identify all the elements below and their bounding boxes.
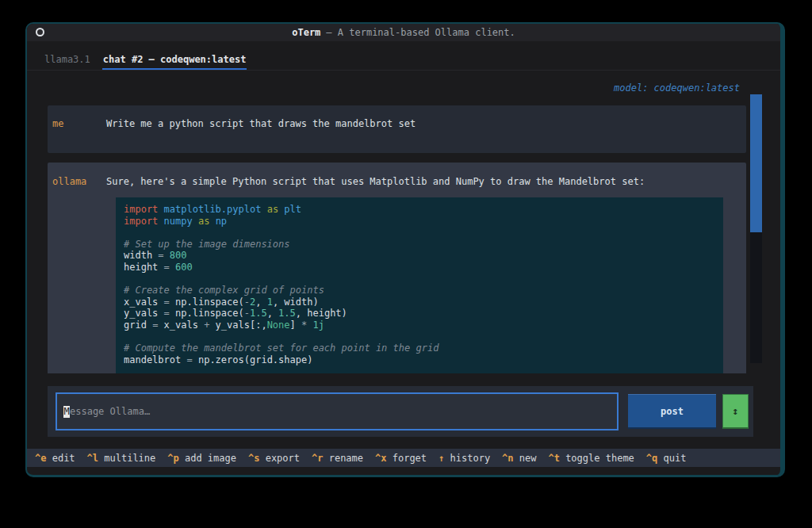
user-message: me Write me a python script that draws t… bbox=[48, 105, 746, 153]
shortcut-history[interactable]: ↑ history bbox=[439, 453, 490, 464]
scrollbar-thumb[interactable] bbox=[750, 94, 762, 232]
shortcut-toggle-theme[interactable]: ^t toggle theme bbox=[548, 453, 634, 464]
app-name: oTerm bbox=[292, 27, 320, 38]
model-label: model: codeqwen:latest bbox=[614, 82, 740, 94]
shortcut-label: export bbox=[259, 453, 300, 464]
shortcut-label: history bbox=[444, 453, 490, 464]
code-line: import matplotlib.pyplot as plt bbox=[124, 204, 717, 216]
tab-bar: llama3.1chat #2 — codeqwen:latest bbox=[27, 41, 780, 71]
shortcut-label: edit bbox=[46, 453, 75, 464]
shortcut-label: forget bbox=[387, 453, 427, 464]
shortcut-rename[interactable]: ^r rename bbox=[312, 453, 363, 464]
oterm-window: oTerm— A terminal-based Ollama client. l… bbox=[25, 22, 785, 477]
message-author: me bbox=[48, 118, 106, 153]
code-line: # Set up the image dimensions bbox=[124, 239, 717, 251]
shortcut-forget[interactable]: ^x forget bbox=[375, 453, 427, 464]
code-line: import numpy as np bbox=[124, 216, 717, 228]
post-button[interactable]: post bbox=[628, 394, 716, 429]
assistant-message: ollama Sure, here's a simple Python scri… bbox=[48, 163, 746, 373]
shortcut-edit[interactable]: ^e edit bbox=[35, 453, 75, 464]
input-placeholder: essage Ollama… bbox=[70, 406, 150, 417]
shortcut-key: ^n bbox=[502, 453, 513, 464]
shortcut-key: ^s bbox=[248, 453, 259, 464]
message-author: ollama bbox=[48, 176, 106, 373]
shortcut-key: ^q bbox=[646, 453, 657, 464]
tab-chat-2-codeqwen-latest[interactable]: chat #2 — codeqwen:latest bbox=[102, 54, 247, 70]
code-line: height = 600 bbox=[124, 262, 717, 274]
message-text: Sure, here's a simple Python script that… bbox=[106, 176, 746, 187]
shortcut-key: ^r bbox=[312, 453, 323, 464]
shortcut-multiline[interactable]: ^l multiline bbox=[87, 453, 156, 464]
shortcut-quit[interactable]: ^q quit bbox=[646, 453, 687, 464]
shortcut-label: rename bbox=[323, 453, 363, 464]
shortcut-key: ^x bbox=[375, 453, 386, 464]
window-title: oTerm— A terminal-based Ollama client. bbox=[292, 27, 515, 38]
shortcut-key: ^t bbox=[548, 453, 559, 464]
shortcut-key: ^l bbox=[87, 453, 98, 464]
tab-llama3-1[interactable]: llama3.1 bbox=[44, 54, 91, 70]
code-line: # Compute the mandelbrot set for each po… bbox=[124, 342, 717, 354]
code-line bbox=[124, 274, 717, 285]
shortcut-add-image[interactable]: ^p add image bbox=[167, 453, 236, 464]
chat-area: model: codeqwen:latest me Write me a pyt… bbox=[27, 71, 780, 373]
code-line: grid = x_vals + y_vals[:,None] * 1j bbox=[124, 319, 717, 331]
code-line: # Create the complex grid of points bbox=[124, 285, 717, 297]
code-line: x_vals = np.linspace(-2, 1, width) bbox=[124, 297, 717, 308]
scrollbar-track[interactable] bbox=[750, 94, 762, 363]
title-bar: oTerm— A terminal-based Ollama client. bbox=[27, 24, 780, 41]
shortcut-key: ^e bbox=[35, 453, 46, 464]
code-line bbox=[124, 227, 717, 239]
code-line: width = 800 bbox=[124, 250, 717, 262]
up-down-arrow-icon: ↕ bbox=[733, 405, 739, 417]
shortcut-key: ^p bbox=[167, 453, 178, 464]
input-panel: Message Ollama… post ↕ bbox=[48, 386, 753, 437]
resize-toggle-button[interactable]: ↕ bbox=[722, 394, 749, 429]
message-input[interactable]: Message Ollama… bbox=[56, 392, 619, 430]
app-subtitle: — A terminal-based Ollama client. bbox=[326, 27, 515, 38]
message-text: Write me a python script that draws the … bbox=[106, 118, 416, 153]
code-block: import matplotlib.pyplot as pltimport nu… bbox=[116, 197, 723, 373]
text-cursor: M bbox=[63, 406, 70, 418]
shortcut-label: multiline bbox=[98, 453, 155, 464]
code-line bbox=[124, 331, 717, 343]
shortcut-export[interactable]: ^s export bbox=[248, 453, 300, 464]
footer-shortcuts: ^e edit^l multiline^p add image^s export… bbox=[27, 449, 780, 467]
shortcut-label: toggle theme bbox=[560, 453, 634, 464]
shortcut-label: add image bbox=[179, 453, 236, 464]
shortcut-label: new bbox=[514, 453, 537, 464]
shortcut-label: quit bbox=[657, 453, 686, 464]
shortcut-new[interactable]: ^n new bbox=[502, 453, 536, 464]
app-icon bbox=[36, 28, 44, 36]
code-line: y_vals = np.linspace(-1.5, 1.5, height) bbox=[124, 308, 717, 319]
code-line: mandelbrot = np.zeros(grid.shape) bbox=[124, 354, 717, 366]
